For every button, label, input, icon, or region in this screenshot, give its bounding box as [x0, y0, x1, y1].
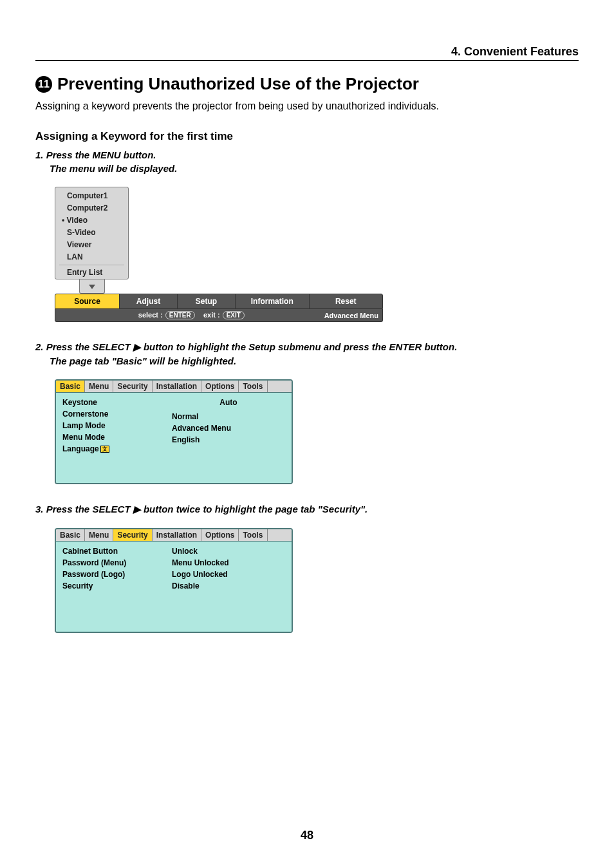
tab-installation[interactable]: Installation [153, 529, 201, 541]
bottom-nav-bar: Source Adjust Setup Information Reset [55, 294, 383, 309]
setting-value[interactable]: Menu Unlocked [172, 557, 285, 569]
nav-information[interactable]: Information [236, 294, 310, 308]
menu-screenshot-source: Computer1 Computer2 Video S-Video Viewer… [55, 187, 383, 322]
footer-hints: select : ENTER exit : EXIT [59, 311, 324, 319]
language-icon: 文 [100, 446, 109, 453]
setting-value[interactable]: Disable [172, 580, 285, 592]
divider [59, 265, 124, 265]
setting-label: Password (Logo) [62, 569, 172, 580]
nav-source[interactable]: Source [55, 294, 120, 308]
tab-installation[interactable]: Installation [153, 381, 201, 392]
setting-value[interactable]: Logo Unlocked [172, 569, 285, 580]
sub-heading: Assigning a Keyword for the first time [35, 130, 579, 143]
tab-basic[interactable]: Basic [56, 381, 85, 392]
setting-value[interactable]: Advanced Menu [172, 422, 285, 434]
step-1-sub: The menu will be displayed. [35, 163, 579, 174]
tab-security[interactable]: Security [113, 529, 152, 541]
list-item[interactable]: Computer1 [55, 190, 128, 202]
menu-screenshot-security: Basic Menu Security Installation Options… [55, 528, 293, 633]
setting-value[interactable]: Normal [172, 411, 285, 422]
tab-options[interactable]: Options [201, 529, 239, 541]
menu-screenshot-basic: Basic Menu Security Installation Options… [55, 379, 293, 484]
submenu-body: Cabinet Button Password (Menu) Password … [56, 542, 292, 632]
footer-bar: select : ENTER exit : EXIT Advanced Menu [55, 309, 383, 322]
setting-label: Menu Mode [62, 431, 172, 443]
setting-label: Password (Menu) [62, 557, 172, 569]
step-2: 2. Press the SELECT ▶ button to highligh… [35, 341, 579, 353]
tab-options[interactable]: Options [201, 381, 239, 392]
tab-menu[interactable]: Menu [85, 381, 113, 392]
tab-bar: Basic Menu Security Installation Options… [56, 381, 292, 393]
setting-value[interactable]: English [172, 434, 285, 446]
tab-tools[interactable]: Tools [239, 381, 267, 392]
chapter-header: 4. Convenient Features [35, 45, 579, 61]
list-item[interactable]: Viewer [55, 239, 128, 251]
setting-value[interactable]: Auto [172, 397, 285, 408]
setting-label-language: Language文 [62, 443, 172, 455]
nav-adjust[interactable]: Adjust [120, 294, 178, 308]
submenu-body: Keystone Cornerstone Lamp Mode Menu Mode… [56, 393, 292, 483]
exit-key-icon: EXIT [223, 311, 245, 319]
setting-label: Cabinet Button [62, 545, 172, 557]
tab-tools[interactable]: Tools [239, 529, 267, 541]
list-item[interactable]: S-Video [55, 227, 128, 239]
list-item[interactable]: Computer2 [55, 202, 128, 214]
section-title-text: Preventing Unauthorized Use of the Proje… [57, 74, 419, 94]
footer-mode: Advanced Menu [324, 312, 378, 319]
source-list: Computer1 Computer2 Video S-Video Viewer… [55, 187, 129, 279]
setting-label: Cornerstone [62, 408, 172, 420]
enter-key-icon: ENTER [165, 311, 195, 319]
setting-label: Keystone [62, 397, 172, 408]
setting-label: Security [62, 580, 172, 592]
tab-basic[interactable]: Basic [56, 529, 85, 541]
section-number-icon: 11 [35, 76, 52, 93]
chevron-down-icon [89, 285, 95, 289]
scroll-down-indicator [79, 279, 105, 294]
step-2-sub: The page tab "Basic" will be highlighted… [35, 355, 579, 366]
tab-menu[interactable]: Menu [85, 529, 113, 541]
step-1: 1. Press the MENU button. [35, 149, 579, 160]
setting-label: Lamp Mode [62, 420, 172, 431]
list-item[interactable]: LAN [55, 251, 128, 263]
setting-value[interactable]: Unlock [172, 545, 285, 557]
intro-text: Assigning a keyword prevents the project… [35, 100, 579, 112]
entry-list-item[interactable]: Entry List [55, 267, 128, 279]
page-number: 48 [0, 829, 614, 842]
tab-bar: Basic Menu Security Installation Options… [56, 529, 292, 542]
nav-reset[interactable]: Reset [310, 294, 383, 308]
tab-security[interactable]: Security [113, 381, 152, 392]
step-3: 3. Press the SELECT ▶ button twice to hi… [35, 504, 579, 515]
section-title: 11 Preventing Unauthorized Use of the Pr… [35, 74, 579, 94]
nav-setup[interactable]: Setup [178, 294, 236, 308]
list-item-selected[interactable]: Video [55, 214, 128, 227]
